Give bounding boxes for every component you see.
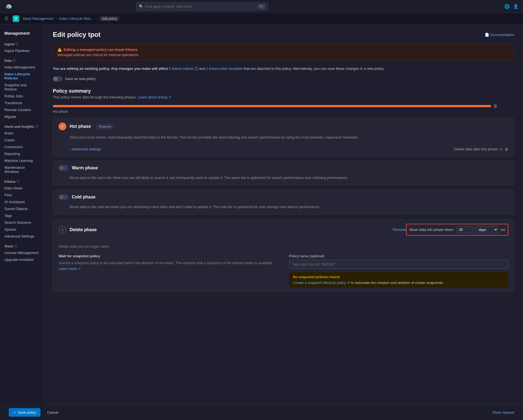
sidebar-item-tags[interactable]: Tags: [0, 212, 44, 219]
hamburger-icon[interactable]: ☰: [4, 16, 8, 21]
sidebar-item-connectors[interactable]: Connectors: [0, 143, 44, 150]
learn-more-link[interactable]: Learn more: [59, 267, 77, 271]
warm-phase-title: Warm phase: [72, 165, 98, 170]
sidebar-item-data-views[interactable]: Data Views: [0, 185, 44, 192]
toggle-knob: [53, 77, 58, 81]
move-data-label: Move data into phase when:: [409, 228, 454, 232]
warm-phase-header: Warm phase: [53, 161, 514, 175]
documentation-link[interactable]: 📄 Documentation: [485, 33, 514, 37]
policy-name-input[interactable]: [289, 260, 509, 269]
phase-progress-bar: [53, 105, 491, 107]
sidebar-item-search-sessions[interactable]: Search Sessions: [0, 219, 44, 226]
phase-bar-container: 🗑 Hot phase: [53, 104, 514, 114]
cancel-button[interactable]: Cancel: [44, 408, 61, 417]
no-snapshot-title: No snapshot policies found: [293, 275, 505, 279]
show-request-link[interactable]: Show request: [492, 410, 514, 415]
sidebar-item-spaces[interactable]: Spaces: [0, 226, 44, 233]
delete-phase-header: 🗑 Delete phase Remove Move data into pha…: [53, 219, 514, 240]
hot-phase-header: ✓ Hot phase Required: [53, 118, 514, 135]
delete-desc: Delete data you no longer need.: [59, 244, 508, 248]
hot-delete-icon[interactable]: 🗑: [505, 147, 508, 151]
user-avatar-icon[interactable]: 👤: [513, 4, 519, 9]
cold-phase-toggle[interactable]: [59, 194, 69, 200]
footer: ✓ Save policy Cancel Show request: [0, 405, 523, 420]
sidebar-item-rollup-jobs[interactable]: Rollup Jobs: [0, 93, 44, 100]
hot-phase-check: ✓: [59, 123, 66, 130]
search-shortcut: ⌘/: [258, 4, 265, 9]
snapshot-title: Wait for snapshot policy: [59, 254, 278, 258]
learn-timing-link[interactable]: Learn about timing: [138, 95, 168, 99]
delete-phase-icon[interactable]: 🗑: [59, 226, 66, 234]
save-policy-button[interactable]: ✓ Save policy: [9, 408, 40, 417]
elastic-logo-icon: [4, 2, 13, 11]
sidebar-item-reporting[interactable]: Reporting: [0, 150, 44, 157]
sidebar-item-license-management[interactable]: License Management: [0, 249, 44, 256]
sidebar-item-cases[interactable]: Cases: [0, 137, 44, 143]
snapshot-left: Wait for snapshot policy Specify a snaps…: [59, 254, 278, 288]
info-bold: You are editing an existing policy. Any …: [53, 67, 168, 71]
sidebar-item-machine-learning[interactable]: Machine Learning: [0, 157, 44, 164]
breadcrumb-current: Edit policy: [99, 16, 120, 21]
sidebar-item-migrate[interactable]: Migrate: [0, 113, 44, 120]
warm-phase-desc: Move data to the warm tier when you are …: [53, 175, 514, 185]
snapshot-section: Wait for snapshot policy Specify a snaps…: [59, 254, 508, 288]
sidebar-item-index-lifecycle[interactable]: Index Lifecycle Policies: [0, 71, 44, 82]
sidebar-item-ai-assistants[interactable]: AI Assistants: [0, 198, 44, 205]
sidebar-item-snapshot-restore[interactable]: Snapshot and Restore: [0, 82, 44, 93]
breadcrumb-bar: ☰ D Stack Management › Index Lifecycle M…: [0, 13, 523, 24]
global-search-bar[interactable]: 🔍 ⌘/: [136, 2, 268, 11]
sidebar-item-transforms[interactable]: Transforms: [0, 100, 44, 106]
globe-icon[interactable]: 🌐: [504, 4, 510, 9]
cold-phase-panel: Cold phase Move data to the cold tier wh…: [53, 190, 514, 215]
delete-phase-panel: 🗑 Delete phase Remove Move data into pha…: [53, 219, 514, 292]
move-data-box: Move data into phase when: days hours mi…: [406, 224, 508, 236]
elastic-d-badge: D: [13, 15, 19, 22]
page-header: Edit policy tpot 📄 Documentation: [53, 31, 514, 38]
sidebar-item-rules[interactable]: Rules: [0, 130, 44, 137]
top-bar: 🔍 ⌘/ 🌐 👤: [0, 0, 523, 13]
infinity-icon: ∞: [500, 147, 502, 151]
days-input[interactable]: [456, 226, 473, 233]
breadcrumb-stack-management[interactable]: Stack Management: [23, 16, 53, 21]
sidebar-item-ingest-pipelines[interactable]: Ingest Pipelines: [0, 47, 44, 54]
sidebar-item-advanced-settings[interactable]: Advanced Settings: [0, 233, 44, 240]
cold-toggle-knob: [59, 195, 64, 199]
phase-bar-trash-icon[interactable]: 🗑: [493, 104, 498, 109]
sidebar-section-ingest: Ingest ⓘ: [0, 40, 44, 47]
policy-summary-title: Policy summary: [53, 88, 514, 94]
ingest-info-icon: ⓘ: [15, 42, 18, 46]
delete-phase-title: Delete phase: [70, 227, 97, 232]
hot-required-badge: Required: [96, 124, 114, 129]
page-title: Edit policy tpot: [53, 31, 100, 38]
external-link-icon: ↗: [168, 95, 171, 99]
sidebar-item-saved-objects[interactable]: Saved Objects: [0, 205, 44, 212]
sidebar-item-remote-clusters[interactable]: Remote Clusters: [0, 106, 44, 113]
warning-banner: ⚠️ Editing a managed policy can break Ki…: [53, 44, 514, 60]
sidebar-item-index-management[interactable]: Index Management: [0, 64, 44, 71]
warning-text: Managed policies are critical for intern…: [57, 53, 510, 57]
linked-indices-link[interactable]: 5 linked indices: [169, 67, 193, 71]
sidebar-item-maintenance-windows[interactable]: Maintenance Windows: [0, 164, 44, 175]
linked-template-link[interactable]: 1 linked index template: [206, 67, 243, 71]
footer-left: ✓ Save policy Cancel: [9, 408, 62, 417]
breadcrumb-index-lifecycle[interactable]: Index Lifecycle Man...: [59, 16, 94, 21]
no-snapshot-text: Create a snapshot lifecycle policy ↗ to …: [293, 281, 505, 285]
days-select[interactable]: days hours minutes: [475, 226, 498, 233]
cold-phase-desc: Move data to the cold tier when you are …: [53, 204, 514, 214]
delete-remove-link[interactable]: Remove: [393, 228, 406, 232]
policy-info-text: You are editing an existing policy. Any …: [53, 66, 514, 72]
warm-phase-toggle[interactable]: [59, 165, 69, 171]
sidebar-item-upgrade-assistant[interactable]: Upgrade Assistant: [0, 256, 44, 263]
search-icon: 🔍: [139, 4, 143, 9]
footer-spacer: [53, 297, 514, 313]
hot-advanced-link[interactable]: › Advanced settings: [70, 147, 101, 151]
create-snapshot-link[interactable]: Create a snapshot lifecycle policy: [293, 281, 346, 285]
top-bar-actions: 🌐 👤: [504, 4, 519, 9]
warm-phase-panel: Warm phase Move data to the warm tier wh…: [53, 161, 514, 186]
sidebar-item-files[interactable]: Files: [0, 192, 44, 198]
sidebar-section-data: Data ⓘ: [0, 56, 44, 64]
policy-name-label: Policy name (optional): [289, 254, 509, 258]
save-as-new-toggle[interactable]: [53, 76, 63, 82]
hot-delete-after: Delete data after this phase ∞ 🗑: [454, 147, 508, 151]
search-input[interactable]: [145, 4, 258, 9]
